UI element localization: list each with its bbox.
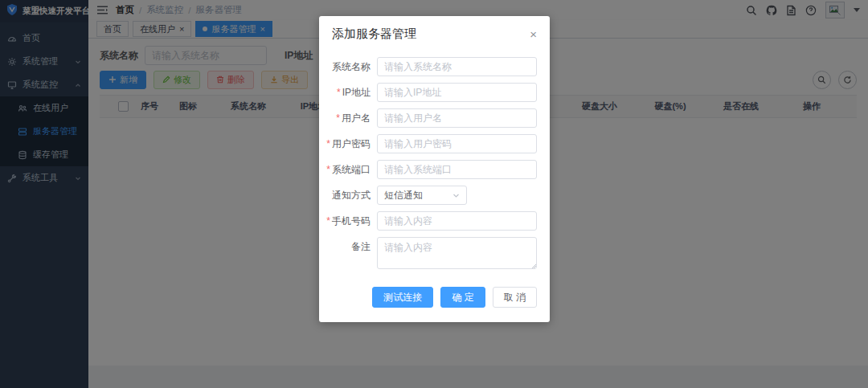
password-field[interactable] — [377, 134, 537, 153]
field-label: 手机号码 — [324, 211, 377, 231]
field-label: 系统端口 — [324, 160, 377, 179]
form-row-password: 用户密码 — [324, 134, 537, 153]
chevron-down-icon — [452, 192, 460, 199]
close-icon[interactable]: × — [530, 28, 537, 40]
app-window: 菜盟快速开发平台 首页 系统管理 — [0, 0, 868, 388]
port-field[interactable] — [377, 160, 537, 179]
phone-field[interactable] — [377, 211, 537, 231]
form-row-notify-type: 通知方式 短信通知 — [324, 186, 537, 205]
select-value: 短信通知 — [384, 189, 423, 202]
system-name-field[interactable] — [377, 57, 537, 76]
username-field[interactable] — [377, 108, 537, 128]
ip-field[interactable] — [377, 83, 537, 102]
field-label: IP地址 — [324, 83, 377, 102]
form-row-remark: 备注 — [324, 237, 537, 269]
dialog-form: 系统名称 IP地址 用户名 用户密码 系统端口 通知方式 — [319, 47, 550, 269]
field-label: 用户密码 — [324, 134, 377, 153]
cancel-button[interactable]: 取 消 — [493, 287, 537, 308]
confirm-button[interactable]: 确 定 — [440, 287, 485, 308]
dialog-title: 添加服务器管理 — [332, 27, 416, 42]
dialog-header: 添加服务器管理 × — [319, 16, 550, 47]
field-label: 系统名称 — [324, 57, 377, 76]
form-row-port: 系统端口 — [324, 160, 537, 179]
form-row-ip: IP地址 — [324, 83, 537, 102]
notify-type-select[interactable]: 短信通知 — [377, 186, 467, 205]
add-server-dialog: 添加服务器管理 × 系统名称 IP地址 用户名 用户密码 系统端口 — [319, 16, 550, 322]
field-label: 通知方式 — [324, 186, 377, 205]
form-row-system-name: 系统名称 — [324, 57, 537, 76]
test-connection-button[interactable]: 测试连接 — [372, 287, 433, 308]
field-label: 备注 — [324, 237, 377, 256]
dialog-footer: 测试连接 确 定 取 消 — [319, 276, 550, 322]
form-row-phone: 手机号码 — [324, 211, 537, 231]
remark-field[interactable] — [377, 237, 537, 269]
field-label: 用户名 — [324, 108, 377, 128]
form-row-username: 用户名 — [324, 108, 537, 128]
